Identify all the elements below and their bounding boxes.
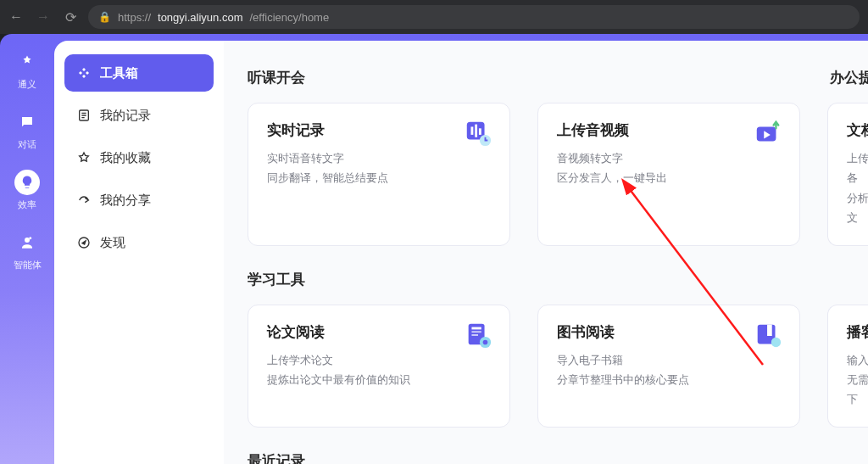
section-title-meeting: 听课开会 xyxy=(248,68,305,87)
records-icon xyxy=(76,109,92,122)
vnav-item-chat[interactable]: 对话 xyxy=(14,109,40,151)
section-title-recent: 最近记录 xyxy=(248,451,868,464)
study-cards-row: 论文阅读 上传学术论文 提炼出论文中最有价值的知识 图书阅读 导入电子书籍 分章… xyxy=(248,305,868,428)
sidebar-item-label: 工具箱 xyxy=(100,65,138,81)
card-upload-av[interactable]: 上传音视频 音视频转文字 区分发言人，一键导出 xyxy=(537,103,800,246)
card-desc: 导入电子书籍 分章节整理书中的核心要点 xyxy=(557,350,781,390)
forward-icon[interactable]: → xyxy=(36,9,51,25)
back-icon[interactable]: ← xyxy=(8,9,24,25)
section-title-office: 办公提 xyxy=(830,68,868,87)
url-path: /efficiency/home xyxy=(249,11,329,24)
svg-rect-13 xyxy=(471,331,481,333)
card-desc: 上传各 分析文 xyxy=(847,148,868,228)
browser-address-bar: ← → ⟳ 🔒 https://tongyi.aliyun.com/effici… xyxy=(0,0,868,34)
agent-icon xyxy=(14,230,40,255)
card-title: 上传音视频 xyxy=(557,120,781,140)
card-title: 论文阅读 xyxy=(267,322,491,342)
svg-point-1 xyxy=(29,237,31,239)
compass-icon xyxy=(76,236,92,249)
app-shell: 通义 对话 效率 智能体 xyxy=(0,34,868,464)
card-podcast[interactable]: 播客 输入R 无需下 xyxy=(827,305,868,428)
svg-point-0 xyxy=(25,238,30,243)
vertical-nav: 通义 对话 效率 智能体 xyxy=(0,34,54,464)
svg-rect-12 xyxy=(471,327,481,329)
card-desc: 实时语音转文字 同步翻译，智能总结要点 xyxy=(267,148,491,188)
meeting-cards-row: 实时记录 实时语音转文字 同步翻译，智能总结要点 上传音视频 音视频转文字 区分… xyxy=(248,103,868,246)
vnav-label: 智能体 xyxy=(14,259,42,271)
vnav-item-agent[interactable]: 智能体 xyxy=(14,230,42,271)
url-prefix: https:// xyxy=(118,11,151,24)
vnav-label: 通义 xyxy=(18,78,36,91)
share-icon xyxy=(76,193,92,207)
card-title: 播客 xyxy=(847,322,868,342)
svg-rect-7 xyxy=(479,128,481,135)
card-book-reading[interactable]: 图书阅读 导入电子书籍 分章节整理书中的核心要点 xyxy=(537,305,800,428)
main-content: 听课开会 办公提 实时记录 实时语音转文字 同步翻译，智能总结要点 xyxy=(224,41,868,464)
card-desc: 上传学术论文 提炼出论文中最有价值的知识 xyxy=(267,350,491,390)
url-host: tongyi.aliyun.com xyxy=(158,11,242,24)
svg-rect-6 xyxy=(475,125,477,137)
browser-nav-buttons: ← → ⟳ xyxy=(8,9,78,25)
vnav-item-tongyi[interactable]: 通义 xyxy=(14,49,40,91)
sidebar-item-label: 我的分享 xyxy=(100,193,151,209)
vnav-label: 效率 xyxy=(18,198,36,211)
sidebar-item-discover[interactable]: 发现 xyxy=(64,224,214,261)
svg-rect-5 xyxy=(471,126,474,134)
sidebar-item-toolbox[interactable]: 工具箱 xyxy=(64,54,214,92)
vnav-label: 对话 xyxy=(18,138,36,151)
sidebar-item-share[interactable]: 我的分享 xyxy=(64,182,214,219)
sidebar-item-label: 我的收藏 xyxy=(100,150,151,166)
card-title: 文档 xyxy=(847,120,868,140)
card-desc: 输入R 无需下 xyxy=(847,350,868,410)
realtime-record-icon xyxy=(464,119,492,148)
svg-point-16 xyxy=(483,339,488,344)
sidebar-item-records[interactable]: 我的记录 xyxy=(64,97,214,134)
paper-icon xyxy=(464,321,492,349)
svg-point-20 xyxy=(771,337,781,346)
content-panel: 工具箱 我的记录 我的收藏 我的分享 xyxy=(54,41,868,464)
sidebar-item-favorites[interactable]: 我的收藏 xyxy=(64,139,214,176)
logo-icon xyxy=(14,49,40,75)
lock-icon: 🔒 xyxy=(98,11,111,23)
card-paper-reading[interactable]: 论文阅读 上传学术论文 提炼出论文中最有价值的知识 xyxy=(248,305,510,428)
toolbox-icon xyxy=(76,66,92,80)
sidebar: 工具箱 我的记录 我的收藏 我的分享 xyxy=(54,41,224,464)
section-title-study: 学习工具 xyxy=(248,270,868,289)
sidebar-item-label: 我的记录 xyxy=(100,108,151,124)
card-title: 图书阅读 xyxy=(557,322,781,342)
card-title: 实时记录 xyxy=(267,120,491,140)
card-desc: 音视频转文字 区分发言人，一键导出 xyxy=(557,148,781,188)
sidebar-item-label: 发现 xyxy=(100,235,125,251)
refresh-icon[interactable]: ⟳ xyxy=(63,9,78,25)
star-icon xyxy=(76,151,92,165)
card-realtime-record[interactable]: 实时记录 实时语音转文字 同步翻译，智能总结要点 xyxy=(248,103,510,246)
vnav-item-efficiency[interactable]: 效率 xyxy=(14,170,40,211)
upload-av-icon xyxy=(754,119,782,148)
card-document[interactable]: 文档 上传各 分析文 xyxy=(827,103,868,246)
address-field[interactable]: 🔒 https://tongyi.aliyun.com/efficiency/h… xyxy=(88,5,860,29)
chat-icon xyxy=(14,109,40,135)
book-icon xyxy=(754,321,782,349)
svg-rect-14 xyxy=(471,334,478,336)
bulb-icon xyxy=(14,170,40,195)
